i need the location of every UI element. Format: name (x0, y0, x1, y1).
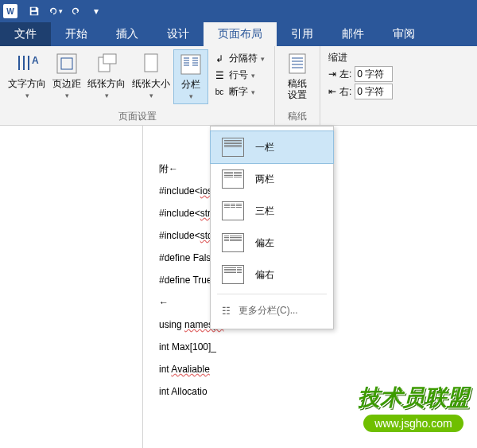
indent-right-input[interactable] (355, 84, 393, 99)
redo-button[interactable] (67, 2, 84, 20)
undo-icon (48, 6, 59, 17)
indent-right-icon: ⇤ (328, 86, 336, 97)
chevron-down-icon: ▾ (94, 6, 99, 17)
group-indent: 缩进 ⇥ 左: ⇤ 右: (320, 46, 401, 125)
columns-three-icon (222, 201, 244, 220)
doc-line: int Max[100]_ (159, 336, 477, 358)
tab-references[interactable]: 引用 (277, 22, 328, 46)
watermark-text: 技术员联盟 (358, 383, 469, 413)
tab-mailings[interactable]: 邮件 (328, 22, 378, 46)
svg-rect-7 (145, 54, 157, 72)
watermark: 技术员联盟 www.jsgho.com (358, 383, 469, 432)
redo-icon (70, 6, 81, 17)
qat-customize[interactable]: ▾ (87, 2, 105, 20)
tab-file[interactable]: 文件 (0, 22, 51, 46)
group-label-manuscript: 稿纸 (280, 108, 315, 123)
hyphenation-icon: bc (213, 86, 226, 99)
group-label-page-setup: 页面设置 (5, 108, 270, 123)
navigation-pane[interactable] (0, 126, 143, 448)
columns-two-label: 两栏 (255, 173, 274, 186)
group-page-setup: A 文字方向▾ 页边距▾ 纸张方向▾ 纸张大小▾ 分栏▾ ↲分隔符▾ ☰行号 (0, 46, 275, 125)
group-manuscript: 稿纸 设置 稿纸 (275, 46, 320, 125)
svg-rect-1 (32, 12, 37, 15)
tab-home[interactable]: 开始 (51, 22, 102, 46)
indent-left-input[interactable] (355, 66, 393, 82)
columns-more[interactable]: ☷ 更多分栏(C)... (211, 298, 333, 324)
columns-right-icon (222, 265, 244, 284)
title-bar: W ▾ ▾ (0, 0, 477, 22)
columns-three[interactable]: 三栏 (211, 195, 333, 227)
margins-button[interactable]: 页边距▾ (49, 49, 84, 103)
columns-right-label: 偏右 (255, 268, 274, 282)
orientation-button[interactable]: 纸张方向▾ (84, 49, 129, 103)
margins-icon (54, 51, 80, 76)
manuscript-button[interactable]: 稿纸 设置 (280, 49, 315, 102)
breaks-button[interactable]: ↲分隔符▾ (211, 51, 266, 66)
tab-review[interactable]: 审阅 (378, 22, 429, 46)
indent-left-icon: ⇥ (328, 68, 336, 80)
columns-left-icon (222, 233, 244, 252)
tab-design[interactable]: 设计 (153, 22, 204, 46)
columns-three-label: 三栏 (255, 205, 274, 218)
chevron-down-icon: ▾ (25, 92, 29, 99)
hyphenation-button[interactable]: bc断字▾ (211, 84, 266, 99)
svg-text:A: A (32, 55, 39, 66)
chevron-down-icon: ▾ (251, 72, 255, 80)
size-button[interactable]: 纸张大小▾ (129, 49, 173, 103)
columns-button[interactable]: 分栏▾ (173, 49, 208, 104)
columns-one[interactable]: 一栏 (210, 131, 334, 164)
word-app-icon: W (3, 4, 17, 18)
save-icon (29, 6, 40, 17)
ribbon-tabs: 文件 开始 插入 设计 页面布局 引用 邮件 审阅 (0, 22, 477, 46)
margins-label: 页边距 (52, 78, 81, 89)
save-button[interactable] (25, 2, 43, 20)
columns-two[interactable]: 两栏 (211, 163, 333, 195)
more-columns-icon: ☷ (222, 306, 231, 317)
dropdown-separator (217, 294, 327, 294)
line-numbers-icon: ☰ (213, 69, 226, 82)
tab-page-layout[interactable]: 页面布局 (204, 22, 277, 46)
manuscript-label: 稿纸 设置 (288, 78, 307, 100)
indent-title: 缩进 (328, 51, 393, 64)
columns-one-label: 一栏 (255, 141, 274, 154)
chevron-down-icon: ▾ (251, 88, 255, 96)
breaks-icon: ↲ (213, 53, 226, 65)
text-direction-icon: A (14, 51, 40, 76)
undo-button[interactable]: ▾ (46, 2, 64, 20)
chevron-down-icon: ▾ (189, 92, 193, 100)
orientation-icon (94, 51, 119, 76)
columns-icon (178, 52, 204, 77)
watermark-url: www.jsgho.com (363, 415, 463, 432)
chevron-down-icon: ▾ (149, 92, 153, 99)
columns-right[interactable]: 偏右 (211, 259, 333, 290)
text-direction-button[interactable]: A 文字方向▾ (5, 49, 49, 103)
orientation-label: 纸张方向 (87, 78, 126, 89)
line-numbers-button[interactable]: ☰行号▾ (211, 68, 266, 83)
columns-one-icon (222, 138, 244, 157)
chevron-down-icon: ▾ (105, 92, 109, 99)
size-label: 纸张大小 (132, 78, 170, 89)
svg-rect-3 (57, 54, 76, 73)
indent-right-label: 右: (339, 85, 351, 99)
text-direction-label: 文字方向 (8, 78, 46, 89)
chevron-down-icon: ▾ (59, 7, 63, 15)
columns-left[interactable]: 偏左 (211, 227, 333, 259)
svg-rect-17 (289, 54, 305, 73)
indent-left-label: 左: (339, 68, 351, 81)
columns-two-icon (222, 169, 244, 189)
doc-line: int Avaliable (159, 358, 477, 380)
columns-dropdown: 一栏 两栏 三栏 偏左 偏右 ☷ 更多分栏(C)... (210, 126, 334, 329)
tab-insert[interactable]: 插入 (102, 22, 153, 46)
manuscript-icon (285, 51, 310, 76)
columns-left-label: 偏左 (255, 236, 274, 250)
chevron-down-icon: ▾ (65, 92, 69, 99)
size-icon (138, 51, 164, 76)
ribbon: A 文字方向▾ 页边距▾ 纸张方向▾ 纸张大小▾ 分栏▾ ↲分隔符▾ ☰行号 (0, 46, 477, 126)
columns-label: 分栏 (181, 79, 200, 90)
svg-rect-0 (32, 8, 36, 11)
breaks-label: 分隔符 (229, 52, 258, 65)
svg-rect-6 (103, 54, 116, 64)
columns-more-label: 更多分栏(C)... (238, 304, 298, 317)
chevron-down-icon: ▾ (261, 55, 265, 63)
svg-rect-4 (61, 58, 72, 69)
